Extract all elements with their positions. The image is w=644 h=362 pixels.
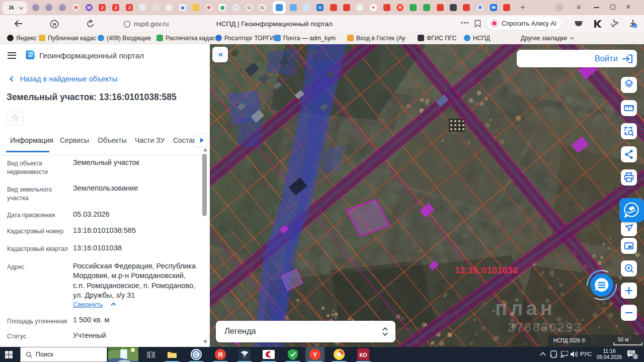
- svg-text:Я: Я: [53, 22, 56, 27]
- svg-text:1: 1: [634, 354, 636, 359]
- svg-text:Y: Y: [313, 351, 317, 358]
- svg-text:Я: Я: [218, 351, 222, 358]
- svg-text:КО: КО: [359, 352, 367, 358]
- svg-text:C: C: [194, 351, 198, 357]
- svg-text:1: 1: [634, 24, 636, 29]
